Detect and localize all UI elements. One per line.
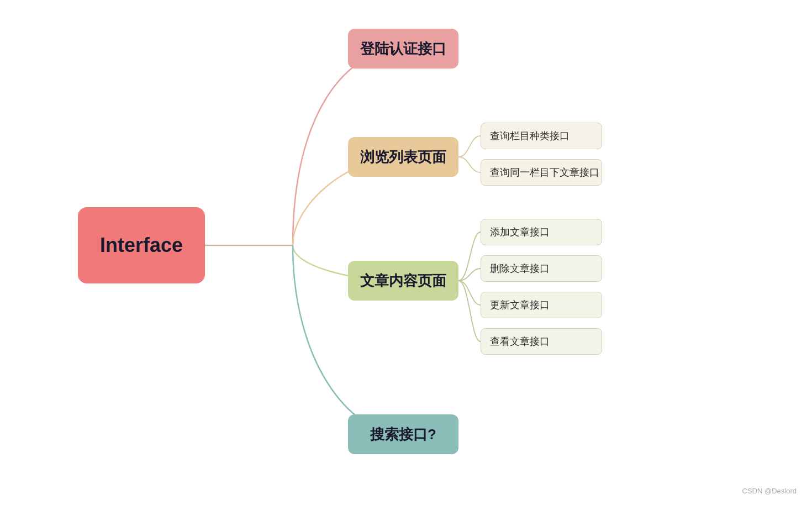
leaf-article-4: 查看文章接口 <box>481 328 602 355</box>
branch-search-label: 搜索接口? <box>370 425 436 444</box>
root-label: Interface <box>100 234 183 257</box>
leaf-article-2: 删除文章接口 <box>481 255 602 282</box>
leaf-article-3: 更新文章接口 <box>481 292 602 318</box>
leaf-browse-1-label: 查询栏目种类接口 <box>490 129 570 143</box>
branch-login-label: 登陆认证接口 <box>360 39 446 59</box>
leaf-article-1: 添加文章接口 <box>481 219 602 245</box>
leaf-browse-1: 查询栏目种类接口 <box>481 123 602 149</box>
leaf-article-3-label: 更新文章接口 <box>490 298 550 312</box>
branch-article-label: 文章内容页面 <box>360 271 446 291</box>
watermark: CSDN @Deslord <box>742 487 797 495</box>
leaf-article-4-label: 查看文章接口 <box>490 335 550 348</box>
leaf-browse-2-label: 查询同一栏目下文章接口 <box>490 166 599 179</box>
mindmap-container: Interface 登陆认证接口 浏览列表页面 文章内容页面 搜索接口? 查询栏… <box>0 0 812 505</box>
root-node: Interface <box>78 207 205 283</box>
branch-login: 登陆认证接口 <box>348 29 458 69</box>
branch-article: 文章内容页面 <box>348 261 458 301</box>
branch-browse-label: 浏览列表页面 <box>360 148 446 167</box>
leaf-article-1-label: 添加文章接口 <box>490 225 550 239</box>
branch-search: 搜索接口? <box>348 414 458 454</box>
leaf-article-2-label: 删除文章接口 <box>490 262 550 275</box>
leaf-browse-2: 查询同一栏目下文章接口 <box>481 159 602 186</box>
branch-browse: 浏览列表页面 <box>348 137 458 177</box>
